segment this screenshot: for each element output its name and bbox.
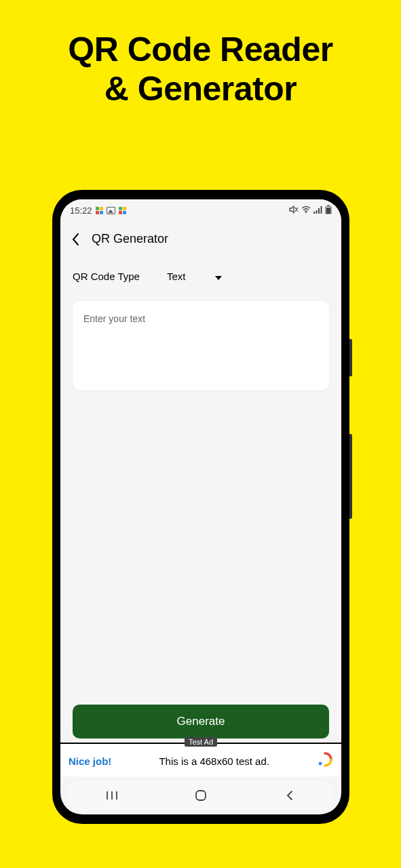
svg-rect-12 [196, 791, 206, 800]
app-header: QR Generator [60, 221, 341, 256]
ad-badge: Test Ad [185, 737, 217, 747]
signal-icon [313, 205, 322, 216]
svg-rect-1 [313, 212, 315, 214]
qr-type-label: QR Code Type [73, 271, 140, 282]
phone-side-button [349, 434, 352, 519]
chevron-down-icon [215, 271, 222, 282]
svg-rect-2 [316, 210, 318, 214]
status-time: 15:22 [70, 205, 92, 216]
spacer [73, 391, 329, 695]
nav-back-button[interactable] [276, 790, 303, 801]
ad-body-text: This is a 468x60 test ad. [111, 755, 317, 767]
page-title: QR Generator [92, 232, 168, 246]
back-icon [286, 790, 294, 801]
promo-title: QR Code Reader & Generator [0, 0, 401, 108]
battery-icon [325, 205, 332, 216]
generate-button[interactable]: Generate [73, 705, 329, 738]
svg-rect-7 [326, 208, 330, 214]
promo-line1: QR Code Reader [68, 31, 332, 68]
phone-side-button [349, 339, 352, 376]
nav-home-button[interactable] [187, 789, 214, 802]
gallery-icon [107, 207, 115, 214]
back-button[interactable] [69, 233, 82, 246]
wifi-icon [301, 205, 311, 216]
content-area: QR Code Type Text Enter your text [60, 256, 341, 705]
svg-point-0 [305, 212, 307, 213]
android-nav-bar [67, 781, 335, 810]
ad-left-text: Nice job! [69, 755, 111, 767]
app-icon [119, 207, 126, 214]
qr-type-row: QR Code Type Text [73, 265, 329, 301]
phone-screen: 15:22 [60, 199, 341, 814]
text-input-card[interactable]: Enter your text [73, 301, 329, 391]
nav-recents-button[interactable] [98, 790, 126, 801]
svg-rect-3 [318, 208, 320, 214]
ad-banner[interactable]: Test Ad Nice job! This is a 468x60 test … [60, 744, 341, 776]
admob-logo-icon [317, 751, 333, 770]
chevron-left-icon [71, 233, 79, 246]
mute-icon [289, 205, 299, 216]
qr-type-dropdown[interactable]: Text [167, 271, 223, 282]
svg-point-8 [319, 762, 322, 766]
app-icon [96, 207, 103, 214]
phone-frame: 15:22 [52, 190, 349, 824]
svg-rect-4 [321, 206, 322, 214]
status-bar: 15:22 [60, 199, 341, 221]
qr-type-selected: Text [167, 271, 186, 282]
recents-icon [106, 790, 118, 801]
generate-button-label: Generate [177, 715, 225, 728]
home-icon [195, 789, 207, 802]
promo-line2: & Generator [104, 70, 297, 108]
svg-rect-6 [328, 205, 330, 206]
text-input-placeholder: Enter your text [83, 313, 318, 324]
